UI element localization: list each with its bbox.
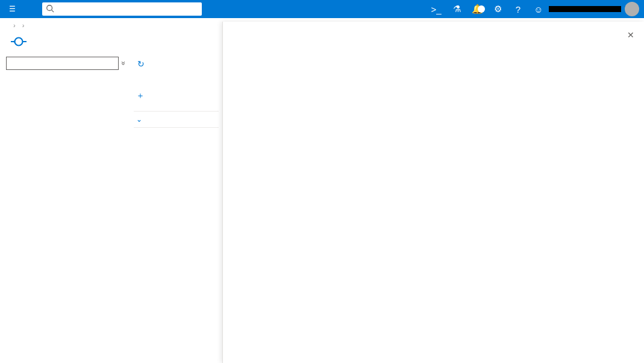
svg-line-1 [52,10,54,13]
cloudshell-icon[interactable]: >_ [426,4,446,14]
permission-row-userread[interactable] [134,128,219,135]
global-search-input[interactable] [42,2,202,16]
settings-icon[interactable]: ⚙ [487,4,508,14]
request-api-permissions-panel: ✕ [222,22,644,363]
collapse-nav-icon[interactable]: « [119,62,128,66]
left-nav: « [0,54,131,363]
consent-footnote [134,135,219,152]
feedback-icon[interactable]: ☺ [528,4,549,14]
close-panel-button[interactable]: ✕ [627,30,634,40]
search-icon [46,4,54,13]
directory-filter-icon[interactable]: ⚗ [446,4,467,14]
svg-point-2 [15,38,23,46]
notifications-icon[interactable]: 🔔 [467,4,487,14]
help-icon[interactable]: ? [508,4,528,14]
resource-search-input[interactable] [6,57,119,70]
svg-point-0 [47,5,52,11]
app-registration-icon [11,34,27,49]
tenant-label[interactable] [549,6,625,13]
refresh-button[interactable]: ↻ [134,57,219,71]
msgraph-accordion[interactable]: ⌄ [134,111,219,128]
hamburger-icon[interactable]: ☰ [0,5,24,13]
azure-topbar: ☰ >_ ⚗ 🔔 ⚙ ? ☺ [0,0,644,18]
avatar[interactable] [625,2,639,16]
main-content: ↻ ＋ ⌄ [131,54,219,363]
add-permission-button[interactable]: ＋ [134,84,219,104]
api-name-header [134,104,219,111]
